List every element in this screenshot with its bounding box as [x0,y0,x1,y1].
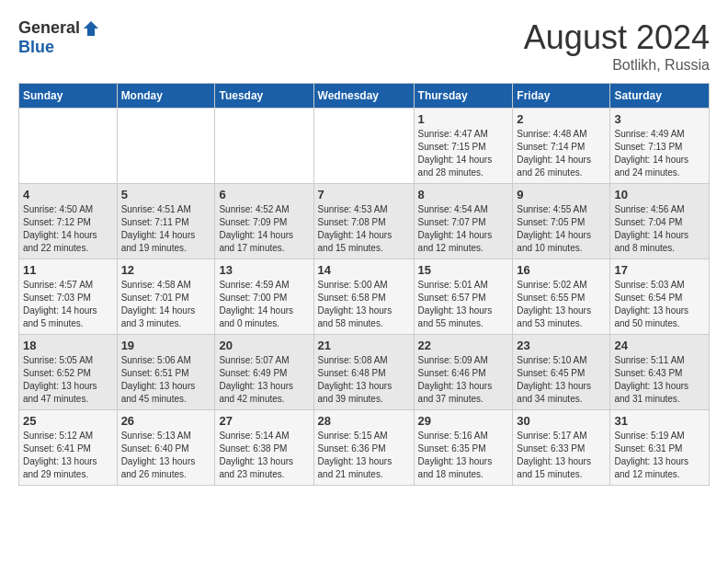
day-info: Sunrise: 5:08 AM Sunset: 6:48 PM Dayligh… [318,354,410,406]
week-row-3: 11Sunrise: 4:57 AM Sunset: 7:03 PM Dayli… [19,259,710,335]
day-number: 29 [418,414,509,428]
day-number: 13 [219,263,309,277]
week-row-5: 25Sunrise: 5:12 AM Sunset: 6:41 PM Dayli… [19,410,710,486]
day-number: 30 [517,414,606,428]
header-tuesday: Tuesday [215,84,313,109]
header-monday: Monday [117,84,215,109]
day-number: 26 [121,414,211,428]
day-info: Sunrise: 5:11 AM Sunset: 6:43 PM Dayligh… [614,354,705,406]
location-subtitle: Botlikh, Russia [524,57,710,74]
day-cell: 1Sunrise: 4:47 AM Sunset: 7:15 PM Daylig… [414,109,513,184]
day-cell: 27Sunrise: 5:14 AM Sunset: 6:38 PM Dayli… [215,410,313,486]
calendar-table: SundayMondayTuesdayWednesdayThursdayFrid… [18,83,710,486]
day-cell: 21Sunrise: 5:08 AM Sunset: 6:48 PM Dayli… [313,335,414,410]
day-number: 28 [318,414,410,428]
day-info: Sunrise: 4:49 AM Sunset: 7:13 PM Dayligh… [614,128,705,179]
day-number: 31 [614,414,705,428]
day-info: Sunrise: 4:53 AM Sunset: 7:08 PM Dayligh… [318,203,410,255]
day-number: 3 [614,112,705,126]
day-info: Sunrise: 4:52 AM Sunset: 7:09 PM Dayligh… [219,203,309,255]
day-cell: 5Sunrise: 4:51 AM Sunset: 7:11 PM Daylig… [117,184,215,259]
day-info: Sunrise: 5:03 AM Sunset: 6:54 PM Dayligh… [614,279,705,330]
day-cell [117,109,215,184]
day-info: Sunrise: 5:07 AM Sunset: 6:49 PM Dayligh… [219,354,309,406]
day-info: Sunrise: 5:00 AM Sunset: 6:58 PM Dayligh… [318,279,410,330]
day-number: 14 [318,263,410,277]
title-section: August 2024 Botlikh, Russia [524,18,710,74]
header-saturday: Saturday [610,84,710,109]
day-info: Sunrise: 5:14 AM Sunset: 6:38 PM Dayligh… [219,430,309,481]
day-info: Sunrise: 4:51 AM Sunset: 7:11 PM Dayligh… [121,203,211,255]
day-info: Sunrise: 5:05 AM Sunset: 6:52 PM Dayligh… [23,354,113,406]
day-number: 19 [121,339,211,352]
day-info: Sunrise: 5:15 AM Sunset: 6:36 PM Dayligh… [318,430,410,481]
day-cell: 26Sunrise: 5:13 AM Sunset: 6:40 PM Dayli… [117,410,215,486]
day-info: Sunrise: 5:02 AM Sunset: 6:55 PM Dayligh… [517,279,606,330]
day-number: 5 [121,188,211,201]
day-cell: 7Sunrise: 4:53 AM Sunset: 7:08 PM Daylig… [313,184,414,259]
day-number: 9 [517,188,606,201]
logo-icon [82,19,100,38]
page-header: General Blue August 2024 Botlikh, Russia [18,18,710,74]
day-number: 20 [219,339,309,352]
day-cell: 24Sunrise: 5:11 AM Sunset: 6:43 PM Dayli… [610,335,710,410]
day-number: 18 [23,339,113,352]
day-info: Sunrise: 4:54 AM Sunset: 7:07 PM Dayligh… [418,203,509,255]
day-info: Sunrise: 4:59 AM Sunset: 7:00 PM Dayligh… [219,279,309,330]
svg-marker-0 [84,21,98,36]
day-info: Sunrise: 5:06 AM Sunset: 6:51 PM Dayligh… [121,354,211,406]
day-cell: 9Sunrise: 4:55 AM Sunset: 7:05 PM Daylig… [513,184,610,259]
day-cell: 18Sunrise: 5:05 AM Sunset: 6:52 PM Dayli… [19,335,118,410]
day-number: 4 [23,188,113,201]
day-info: Sunrise: 5:16 AM Sunset: 6:35 PM Dayligh… [418,430,509,481]
day-info: Sunrise: 5:09 AM Sunset: 6:46 PM Dayligh… [418,354,509,406]
day-cell: 12Sunrise: 4:58 AM Sunset: 7:01 PM Dayli… [117,259,215,335]
day-number: 1 [418,112,509,126]
day-number: 22 [418,339,509,352]
header-row: SundayMondayTuesdayWednesdayThursdayFrid… [19,84,710,109]
day-info: Sunrise: 5:12 AM Sunset: 6:41 PM Dayligh… [23,430,113,481]
day-cell: 6Sunrise: 4:52 AM Sunset: 7:09 PM Daylig… [215,184,313,259]
day-info: Sunrise: 4:50 AM Sunset: 7:12 PM Dayligh… [23,203,113,255]
day-number: 27 [219,414,309,428]
day-number: 23 [517,339,606,352]
day-cell: 30Sunrise: 5:17 AM Sunset: 6:33 PM Dayli… [513,410,610,486]
day-cell: 22Sunrise: 5:09 AM Sunset: 6:46 PM Dayli… [414,335,513,410]
day-info: Sunrise: 4:57 AM Sunset: 7:03 PM Dayligh… [23,279,113,330]
week-row-1: 1Sunrise: 4:47 AM Sunset: 7:15 PM Daylig… [19,109,710,184]
day-info: Sunrise: 5:10 AM Sunset: 6:45 PM Dayligh… [517,354,606,406]
day-cell: 11Sunrise: 4:57 AM Sunset: 7:03 PM Dayli… [19,259,118,335]
logo-blue-text: Blue [18,38,54,57]
day-info: Sunrise: 5:01 AM Sunset: 6:57 PM Dayligh… [418,279,509,330]
day-number: 24 [614,339,705,352]
day-cell: 28Sunrise: 5:15 AM Sunset: 6:36 PM Dayli… [313,410,414,486]
header-thursday: Thursday [414,84,513,109]
day-number: 7 [318,188,410,201]
day-info: Sunrise: 5:17 AM Sunset: 6:33 PM Dayligh… [517,430,606,481]
day-number: 25 [23,414,113,428]
day-number: 8 [418,188,509,201]
header-friday: Friday [513,84,610,109]
calendar-body: 1Sunrise: 4:47 AM Sunset: 7:15 PM Daylig… [19,109,710,486]
day-cell: 16Sunrise: 5:02 AM Sunset: 6:55 PM Dayli… [513,259,610,335]
day-info: Sunrise: 4:47 AM Sunset: 7:15 PM Dayligh… [418,128,509,179]
day-cell: 2Sunrise: 4:48 AM Sunset: 7:14 PM Daylig… [513,109,610,184]
day-cell: 29Sunrise: 5:16 AM Sunset: 6:35 PM Dayli… [414,410,513,486]
month-year-title: August 2024 [524,18,710,57]
logo: General Blue [18,18,100,57]
day-number: 2 [517,112,606,126]
day-cell: 4Sunrise: 4:50 AM Sunset: 7:12 PM Daylig… [19,184,118,259]
day-cell: 17Sunrise: 5:03 AM Sunset: 6:54 PM Dayli… [610,259,710,335]
week-row-2: 4Sunrise: 4:50 AM Sunset: 7:12 PM Daylig… [19,184,710,259]
week-row-4: 18Sunrise: 5:05 AM Sunset: 6:52 PM Dayli… [19,335,710,410]
day-cell: 25Sunrise: 5:12 AM Sunset: 6:41 PM Dayli… [19,410,118,486]
day-cell: 20Sunrise: 5:07 AM Sunset: 6:49 PM Dayli… [215,335,313,410]
day-number: 16 [517,263,606,277]
calendar-header: SundayMondayTuesdayWednesdayThursdayFrid… [19,84,710,109]
day-info: Sunrise: 4:48 AM Sunset: 7:14 PM Dayligh… [517,128,606,179]
day-cell: 15Sunrise: 5:01 AM Sunset: 6:57 PM Dayli… [414,259,513,335]
day-number: 6 [219,188,309,201]
day-number: 15 [418,263,509,277]
day-cell [313,109,414,184]
day-cell [215,109,313,184]
